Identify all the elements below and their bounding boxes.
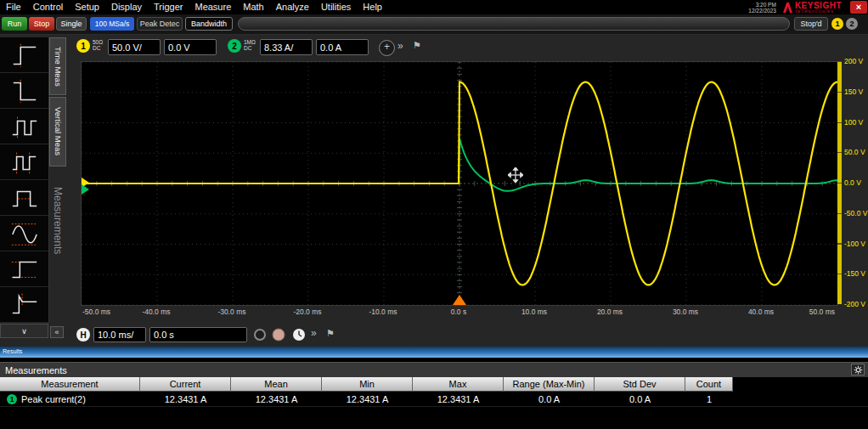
sample-rate-indicator: 100 MSa/s	[90, 17, 134, 31]
meas-icon-amplitude[interactable]	[0, 251, 48, 287]
gear-icon[interactable]	[851, 364, 865, 375]
hbar-expand-icon[interactable]: »	[311, 327, 317, 339]
channel-bar-flag-icon[interactable]: ⚑	[413, 40, 421, 51]
delay-field[interactable]	[149, 327, 247, 342]
titlebar-right: 3:20 PM 12/22/2023 KEYSIGHT TECHNOLOGIES…	[748, 0, 868, 14]
meas-icon-dual-edge[interactable]	[0, 109, 48, 144]
y-axis-label: -100 V	[844, 240, 865, 248]
close-button[interactable]: ×	[850, 1, 867, 14]
waveform-display[interactable]	[81, 61, 838, 306]
column-header-measurement[interactable]: Measurement	[0, 377, 140, 392]
horizontal-knob-icon[interactable]	[272, 328, 285, 342]
horizontal-badge[interactable]: H	[76, 328, 90, 342]
peak-detect-button[interactable]: Peak Detec	[137, 17, 183, 31]
channel-1-scale-field[interactable]	[108, 39, 161, 55]
channel-2-offset-field[interactable]	[316, 39, 369, 55]
y-axis-label: 150 V	[844, 87, 863, 96]
x-axis-label: -20.0 ms	[282, 308, 333, 316]
menu-item-control[interactable]: Control	[27, 0, 69, 14]
x-axis-label: -10.0 ms	[358, 308, 409, 316]
measurement-name: Peak current(2)	[21, 394, 86, 404]
measurement-count-value: 1	[685, 392, 733, 406]
channel-bar-expand-icon[interactable]: »	[397, 40, 403, 52]
y-axis-label: 200 V	[844, 57, 863, 65]
clock-time: 3:20 PM	[748, 2, 776, 8]
x-axis-label: 20.0 ms	[584, 308, 635, 316]
system-clock: 3:20 PM 12/22/2023	[748, 2, 776, 14]
meas-icon-rise-time[interactable]	[0, 37, 48, 73]
menu-bar: FileControlSetupDisplayTriggerMeasureMat…	[0, 0, 868, 14]
brand-name: KEYSIGHT	[795, 2, 842, 9]
x-axis-label: 0.0 s	[433, 308, 484, 316]
main-area: 1 50Ω DC 2 1MΩ DC + » ⚑	[0, 34, 868, 347]
measurement-mean-value: 12.3431 A	[231, 392, 322, 406]
hbar-flag-icon[interactable]: ⚑	[326, 328, 335, 339]
column-header-stddev[interactable]: Std Dev	[595, 377, 685, 392]
ch2-ground-marker[interactable]	[82, 184, 89, 195]
menu-item-setup[interactable]: Setup	[69, 0, 105, 14]
acquisition-status-badge: Stop'd	[794, 17, 828, 31]
tab-vertical-meas[interactable]: Vertical Meas	[49, 97, 66, 167]
measurement-range-value: 0.0 A	[504, 392, 595, 406]
sidebar-collapse-button[interactable]: «	[50, 326, 64, 338]
column-header-min[interactable]: Min	[322, 377, 413, 392]
timebase-field[interactable]	[93, 327, 146, 342]
tab-time-meas[interactable]: Time Meas	[49, 37, 66, 95]
trigger-time-marker[interactable]	[453, 295, 466, 305]
channel-1-coupling-mode: DC	[93, 45, 103, 51]
search-zoom-icon[interactable]	[253, 328, 267, 342]
trigger-source-badge[interactable]: 1	[831, 18, 843, 30]
table-row[interactable]: 1 Peak current(2) 12.3431 A 12.3431 A 12…	[0, 392, 868, 407]
channel-2-scale-field[interactable]	[260, 39, 313, 55]
y-axis-label: 100 V	[844, 118, 863, 127]
meas-icon-fall-time[interactable]	[0, 73, 48, 109]
meas-icon-period[interactable]	[0, 144, 48, 180]
channel-1-impedance: 50Ω	[93, 39, 103, 45]
bandwidth-button[interactable]: Bandwidth	[185, 17, 233, 31]
add-channel-button[interactable]: +	[379, 40, 395, 56]
menu-item-math[interactable]: Math	[237, 0, 269, 14]
measurements-title: Measurements	[0, 365, 67, 375]
column-header-current[interactable]: Current	[140, 377, 231, 392]
column-header-max[interactable]: Max	[413, 377, 504, 392]
channel-1-offset-field[interactable]	[164, 39, 217, 55]
clock-date: 12/22/2023	[748, 8, 776, 14]
meas-icon-peak-peak[interactable]	[0, 216, 48, 251]
x-axis-label: -30.0 ms	[206, 308, 257, 316]
single-button[interactable]: Single	[56, 17, 87, 31]
channel-2-badge[interactable]: 2	[228, 39, 241, 53]
channel-1-coupling: 50Ω DC	[93, 39, 103, 51]
y-axis-label: -200 V	[844, 300, 865, 308]
x-axis-label: 30.0 ms	[660, 308, 711, 316]
run-button[interactable]: Run	[2, 17, 27, 31]
stop-button[interactable]: Stop	[29, 17, 54, 31]
pointer-crosshair-icon	[508, 167, 523, 183]
ch1-scale-strip	[837, 61, 842, 304]
column-header-range[interactable]: Range (Max-Min)	[504, 377, 595, 392]
menu-item-utilities[interactable]: Utilities	[315, 0, 357, 14]
channel-2-coupling-mode: DC	[244, 45, 256, 51]
menu-item-help[interactable]: Help	[357, 0, 388, 14]
results-bar[interactable]: Results	[0, 347, 868, 358]
menu-item-measure[interactable]: Measure	[189, 0, 237, 14]
horizontal-position-slider[interactable]	[238, 17, 790, 31]
meas-icon-pulse-width[interactable]	[0, 180, 48, 216]
channel-1-badge[interactable]: 1	[76, 39, 90, 53]
more-icons-button[interactable]: ∨	[0, 324, 48, 338]
column-header-count[interactable]: Count	[685, 377, 733, 392]
aux-source-badge[interactable]: 2	[846, 18, 858, 30]
x-axis-label: -40.0 ms	[131, 308, 182, 316]
menu-item-file[interactable]: File	[0, 0, 27, 14]
measurements-header: Measurements	[0, 362, 868, 377]
measurement-current-value: 12.3431 A	[140, 392, 231, 406]
x-axis-label: 40.0 ms	[736, 308, 786, 316]
meas-icon-overshoot[interactable]	[0, 287, 48, 323]
menu-item-trigger[interactable]: Trigger	[148, 0, 189, 14]
measurement-stddev-value: 0.0 A	[595, 392, 685, 406]
menu-item-display[interactable]: Display	[105, 0, 148, 14]
column-header-mean[interactable]: Mean	[231, 377, 322, 392]
x-axis-label: 50.0 ms	[784, 308, 835, 316]
clock-icon[interactable]	[292, 328, 306, 342]
measurement-icon-column	[0, 37, 49, 323]
menu-item-analyze[interactable]: Analyze	[270, 0, 315, 14]
